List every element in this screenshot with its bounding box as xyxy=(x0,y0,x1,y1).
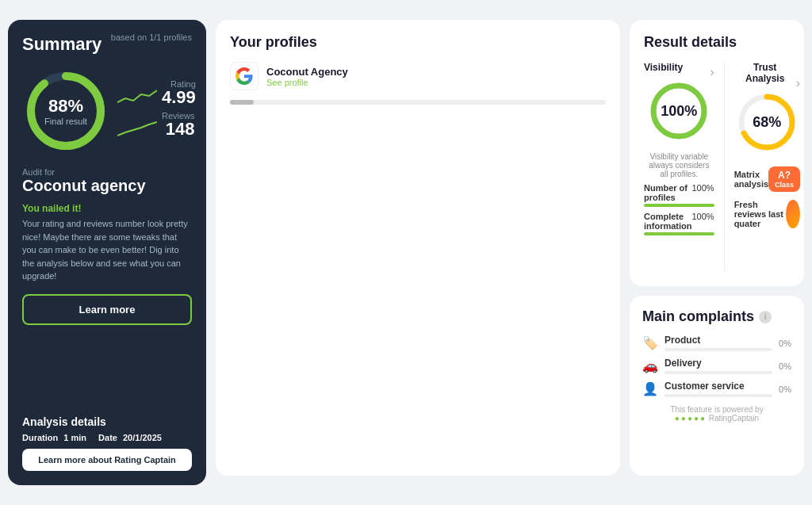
dashboard: Summary based on 1/1 profiles 88% Final … xyxy=(8,20,804,484)
nailed-desc: Your rating and reviews number look pret… xyxy=(22,217,192,283)
reviews-sparkline xyxy=(117,118,157,138)
delivery-info: Delivery xyxy=(665,358,772,374)
see-profile-link[interactable]: See profile xyxy=(266,78,348,87)
customer-service-info: Customer service xyxy=(665,381,772,397)
delivery-bar xyxy=(665,371,772,374)
complaints-info-icon[interactable]: i xyxy=(759,311,772,323)
complaint-delivery: 🚗 Delivery 0% xyxy=(642,358,791,374)
complaint-customer-service: 👤 Customer service 0% xyxy=(642,381,791,397)
customer-service-icon: 👤 xyxy=(642,381,658,397)
date-label: Date xyxy=(98,433,117,442)
rating-captain-dots: ●●●●● xyxy=(675,414,707,423)
visibility-col: Visibility › 100% Visibility variable al… xyxy=(644,62,714,272)
visibility-value: 100% xyxy=(661,103,697,120)
trust-chevron[interactable]: › xyxy=(796,76,800,90)
google-icon xyxy=(230,62,259,90)
right-top: Result details Visibility › 100% xyxy=(630,20,804,475)
customer-service-bar xyxy=(665,394,772,397)
profiles-title: Your profiles xyxy=(230,34,606,51)
final-label: Final result xyxy=(44,117,87,126)
matrix-value: A? xyxy=(778,170,791,181)
summary-panel: Summary based on 1/1 profiles 88% Final … xyxy=(8,20,206,484)
num-profiles-label: Number of profiles xyxy=(644,183,692,202)
fresh-label: Fresh reviews last quater xyxy=(734,200,787,228)
result-details-title: Result details xyxy=(644,34,790,51)
final-result-gauge: 88% Final result xyxy=(22,67,109,155)
trust-value: 68% xyxy=(753,114,781,131)
trust-gauge: 68% xyxy=(735,90,799,154)
complaints-title: Main complaints xyxy=(642,308,754,325)
based-on-text: based on 1/1 profiles xyxy=(111,33,192,42)
learn-more-analysis-button[interactable]: Learn more about Rating Captain xyxy=(22,449,192,471)
profiles-scroll-thumb xyxy=(230,100,254,105)
result-row: Visibility › 100% Visibility variable al… xyxy=(644,62,790,272)
complaint-product: 🏷️ Product 0% xyxy=(642,335,791,351)
learn-more-button[interactable]: Learn more xyxy=(22,294,192,325)
fresh-row: Fresh reviews last quater xyxy=(734,200,800,228)
donut-label: 88% Final result xyxy=(44,96,87,126)
bottom-row: Main complaints i 🏷️ Product 0% 🚗 Delive… xyxy=(630,296,804,475)
rating-captain-brand: RatingCaptain xyxy=(709,414,759,423)
profiles-scrollbar[interactable] xyxy=(230,100,606,105)
matrix-badge: A? Class xyxy=(768,166,800,192)
delivery-val: 0% xyxy=(779,362,791,371)
profiles-panel: Your profiles Coconut Agency See profile xyxy=(216,20,620,475)
trust-title: Trust Analysis xyxy=(734,62,796,84)
customer-service-name: Customer service xyxy=(665,381,772,392)
product-bar xyxy=(665,348,772,351)
visibility-gauge: 100% xyxy=(647,79,710,143)
customer-service-val: 0% xyxy=(779,384,791,394)
profile-name: Coconut Agency xyxy=(266,66,348,78)
final-percent: 88% xyxy=(44,96,87,117)
summary-main: 88% Final result Rating 4.99 xyxy=(22,67,192,155)
rating-reviews: Rating 4.99 Reviews 148 xyxy=(117,79,196,143)
rating-sparkline xyxy=(117,86,157,106)
visibility-chevron[interactable]: › xyxy=(710,65,714,79)
matrix-row: Matrix analysis A? Class xyxy=(734,166,800,192)
product-icon: 🏷️ xyxy=(642,335,658,351)
rating-row: Rating 4.99 xyxy=(117,79,196,106)
num-profiles-val: 100% xyxy=(692,183,714,202)
analysis-title: Analysis details xyxy=(22,415,192,428)
product-name: Product xyxy=(665,335,772,346)
rating-value: 4.99 xyxy=(162,87,196,107)
result-details-panel: Result details Visibility › 100% xyxy=(630,20,804,286)
num-profiles-row: Number of profiles 100% xyxy=(644,183,714,202)
complete-info-label: Complete information xyxy=(644,212,692,231)
audit-for-label: Audit for xyxy=(22,167,192,177)
profile-item: Coconut Agency See profile xyxy=(230,62,606,90)
analysis-meta: Duration 1 min Date 20/1/2025 xyxy=(22,433,192,442)
matrix-class: Class xyxy=(775,181,794,189)
complaints-panel: Main complaints i 🏷️ Product 0% 🚗 Delive… xyxy=(630,296,804,475)
product-val: 0% xyxy=(779,339,791,348)
agency-name: Coconut agency xyxy=(22,177,192,195)
reviews-block: Reviews 148 xyxy=(162,111,195,138)
duration-value: 1 min xyxy=(63,433,86,442)
complete-info-val: 100% xyxy=(692,212,714,231)
trust-col: Trust Analysis › 68% Matrix analysis xyxy=(724,62,810,272)
nailed-it-label: You nailed it! xyxy=(22,203,192,214)
duration-label: Duration xyxy=(22,433,58,442)
complaints-header: Main complaints i xyxy=(642,308,791,325)
date-value: 20/1/2025 xyxy=(123,433,162,442)
product-info: Product xyxy=(665,335,772,351)
analysis-details: Analysis details Duration 1 min Date 20/… xyxy=(22,415,192,471)
matrix-label: Matrix analysis xyxy=(734,170,768,189)
complete-info-row: Complete information 100% xyxy=(644,212,714,231)
rating-block: Rating 4.99 xyxy=(162,79,196,106)
fresh-indicator xyxy=(786,200,800,228)
visibility-title: Visibility xyxy=(644,62,683,73)
powered-by: This feature is powered by ●●●●● RatingC… xyxy=(642,405,791,423)
reviews-value: 148 xyxy=(166,119,195,139)
summary-title: Summary xyxy=(22,34,102,55)
reviews-row: Reviews 148 xyxy=(117,111,196,138)
profile-info: Coconut Agency See profile xyxy=(266,66,348,87)
powered-by-text: This feature is powered by xyxy=(670,405,763,414)
delivery-icon: 🚗 xyxy=(642,358,658,374)
visibility-note: Visibility variable always considers all… xyxy=(644,152,714,178)
delivery-name: Delivery xyxy=(665,358,772,369)
